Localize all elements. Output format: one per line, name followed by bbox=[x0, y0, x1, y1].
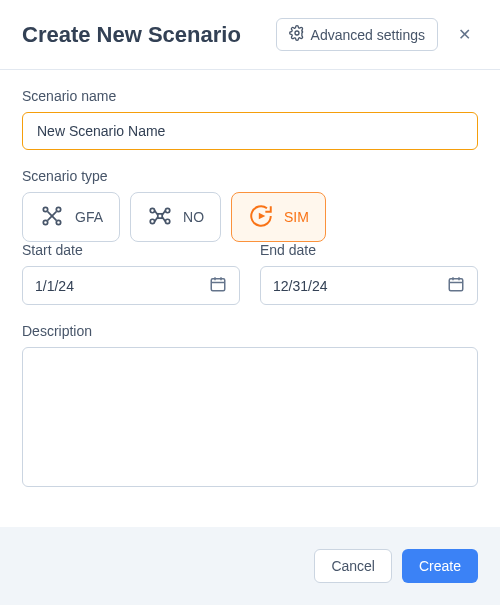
end-date-value: 12/31/24 bbox=[273, 278, 328, 294]
svg-line-13 bbox=[155, 217, 158, 221]
svg-point-10 bbox=[165, 219, 169, 223]
scenario-type-label: SIM bbox=[284, 209, 309, 225]
close-icon: ✕ bbox=[458, 25, 471, 44]
svg-line-12 bbox=[155, 210, 158, 214]
svg-point-4 bbox=[56, 220, 60, 224]
svg-point-9 bbox=[165, 208, 169, 212]
svg-point-1 bbox=[43, 207, 47, 211]
scenario-type-group: GFA NO bbox=[22, 192, 478, 242]
svg-line-15 bbox=[162, 217, 165, 221]
modal-body: Scenario name Scenario type GFA bbox=[0, 70, 500, 527]
close-button[interactable]: ✕ bbox=[450, 21, 478, 49]
modal-title: Create New Scenario bbox=[22, 22, 276, 48]
end-date-label: End date bbox=[260, 242, 478, 258]
start-date-input[interactable]: 1/1/24 bbox=[22, 266, 240, 305]
scenario-type-label: Scenario type bbox=[22, 168, 478, 184]
scenario-name-input[interactable] bbox=[22, 112, 478, 150]
scenario-name-label: Scenario name bbox=[22, 88, 478, 104]
start-date-value: 1/1/24 bbox=[35, 278, 74, 294]
scenario-type-gfa[interactable]: GFA bbox=[22, 192, 120, 242]
svg-point-7 bbox=[150, 208, 154, 212]
svg-line-14 bbox=[162, 210, 165, 214]
end-date-input[interactable]: 12/31/24 bbox=[260, 266, 478, 305]
scenario-type-label: NO bbox=[183, 209, 204, 225]
scenario-type-label: GFA bbox=[75, 209, 103, 225]
description-label: Description bbox=[22, 323, 478, 339]
calendar-icon bbox=[209, 275, 227, 296]
modal-header: Create New Scenario Advanced settings ✕ bbox=[0, 0, 500, 70]
modal-footer: Cancel Create bbox=[0, 527, 500, 605]
svg-rect-21 bbox=[449, 279, 463, 291]
gfa-icon bbox=[39, 203, 65, 232]
svg-marker-16 bbox=[259, 212, 266, 219]
svg-point-2 bbox=[56, 207, 60, 211]
gear-icon bbox=[289, 25, 305, 44]
svg-rect-11 bbox=[158, 213, 162, 217]
create-button[interactable]: Create bbox=[402, 549, 478, 583]
create-scenario-modal: Create New Scenario Advanced settings ✕ … bbox=[0, 0, 500, 605]
svg-point-0 bbox=[295, 31, 299, 35]
no-icon bbox=[147, 203, 173, 232]
svg-point-8 bbox=[150, 219, 154, 223]
cancel-button[interactable]: Cancel bbox=[314, 549, 392, 583]
advanced-settings-button[interactable]: Advanced settings bbox=[276, 18, 438, 51]
calendar-icon bbox=[447, 275, 465, 296]
svg-rect-17 bbox=[211, 279, 225, 291]
svg-point-3 bbox=[43, 220, 47, 224]
description-input[interactable] bbox=[22, 347, 478, 487]
scenario-type-sim[interactable]: SIM bbox=[231, 192, 326, 242]
scenario-type-no[interactable]: NO bbox=[130, 192, 221, 242]
start-date-label: Start date bbox=[22, 242, 240, 258]
sim-icon bbox=[248, 203, 274, 232]
advanced-settings-label: Advanced settings bbox=[311, 27, 425, 43]
